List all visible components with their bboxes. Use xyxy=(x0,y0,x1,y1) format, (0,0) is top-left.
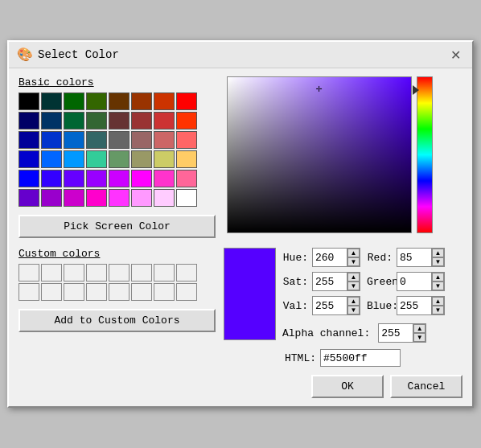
basic-color-swatch[interactable] xyxy=(154,170,175,187)
basic-color-swatch[interactable] xyxy=(176,92,197,110)
basic-color-swatch[interactable] xyxy=(41,92,62,110)
alpha-spinner[interactable]: ▲ ▼ xyxy=(378,323,426,343)
custom-color-swatch[interactable] xyxy=(176,283,197,301)
sat-input[interactable] xyxy=(313,273,347,290)
basic-color-swatch[interactable] xyxy=(64,189,84,207)
val-input[interactable] xyxy=(313,297,347,314)
val-down[interactable]: ▼ xyxy=(347,306,360,314)
gradient-canvas[interactable] xyxy=(228,77,411,232)
custom-color-swatch[interactable] xyxy=(18,264,39,282)
hue-input[interactable] xyxy=(313,249,347,266)
custom-color-swatch[interactable] xyxy=(131,264,152,282)
basic-color-swatch[interactable] xyxy=(41,131,62,149)
custom-color-swatch[interactable] xyxy=(41,264,62,282)
basic-color-swatch[interactable] xyxy=(41,112,62,129)
custom-color-swatch[interactable] xyxy=(131,283,152,301)
green-spinner[interactable]: ▲ ▼ xyxy=(397,272,445,291)
custom-color-swatch[interactable] xyxy=(18,283,39,301)
basic-color-swatch[interactable] xyxy=(41,170,62,187)
basic-color-swatch[interactable] xyxy=(64,170,84,187)
sat-down[interactable]: ▼ xyxy=(347,282,360,290)
custom-color-swatch[interactable] xyxy=(64,283,84,301)
basic-color-swatch[interactable] xyxy=(109,131,130,149)
val-up[interactable]: ▲ xyxy=(347,297,360,306)
basic-color-swatch[interactable] xyxy=(86,112,107,129)
basic-color-swatch[interactable] xyxy=(176,150,197,168)
basic-color-swatch[interactable] xyxy=(41,150,62,168)
basic-color-swatch[interactable] xyxy=(64,150,84,168)
basic-color-swatch[interactable] xyxy=(109,150,130,168)
basic-color-swatch[interactable] xyxy=(176,112,197,129)
basic-color-swatch[interactable] xyxy=(18,131,39,149)
basic-color-swatch[interactable] xyxy=(18,189,39,207)
basic-color-swatch[interactable] xyxy=(18,92,39,110)
sat-up[interactable]: ▲ xyxy=(347,273,360,282)
basic-color-swatch[interactable] xyxy=(154,131,175,149)
basic-color-swatch[interactable] xyxy=(131,189,152,207)
basic-color-swatch[interactable] xyxy=(154,189,175,207)
blue-down[interactable]: ▼ xyxy=(432,306,444,314)
red-up[interactable]: ▲ xyxy=(432,249,444,257)
basic-color-swatch[interactable] xyxy=(64,131,84,149)
hue-spinner[interactable]: ▲ ▼ xyxy=(312,248,360,267)
custom-color-swatch[interactable] xyxy=(64,264,84,282)
basic-color-swatch[interactable] xyxy=(176,170,197,187)
red-down[interactable]: ▼ xyxy=(432,257,444,266)
basic-color-swatch[interactable] xyxy=(86,189,107,207)
basic-color-swatch[interactable] xyxy=(176,189,197,207)
basic-color-swatch[interactable] xyxy=(86,131,107,149)
basic-color-swatch[interactable] xyxy=(131,170,152,187)
basic-color-swatch[interactable] xyxy=(109,92,130,110)
blue-up[interactable]: ▲ xyxy=(432,297,444,306)
hue-up[interactable]: ▲ xyxy=(347,249,360,257)
alpha-input[interactable] xyxy=(379,324,413,342)
basic-color-swatch[interactable] xyxy=(41,189,62,207)
basic-color-swatch[interactable] xyxy=(86,150,107,168)
basic-color-swatch[interactable] xyxy=(176,131,197,149)
basic-color-swatch[interactable] xyxy=(64,112,84,129)
basic-color-swatch[interactable] xyxy=(18,150,39,168)
add-to-custom-colors-button[interactable]: Add to Custom Colors xyxy=(18,309,216,332)
red-input[interactable] xyxy=(397,249,431,266)
ok-button[interactable]: OK xyxy=(311,375,384,398)
basic-color-swatch[interactable] xyxy=(131,112,152,129)
red-spinner[interactable]: ▲ ▼ xyxy=(397,248,445,267)
basic-color-swatch[interactable] xyxy=(154,112,175,129)
green-input[interactable] xyxy=(397,273,431,290)
custom-color-swatch[interactable] xyxy=(176,264,197,282)
pick-screen-color-button[interactable]: Pick Screen Color xyxy=(18,215,216,238)
blue-spinner[interactable]: ▲ ▼ xyxy=(397,296,445,315)
custom-color-swatch[interactable] xyxy=(86,283,107,301)
basic-color-swatch[interactable] xyxy=(131,131,152,149)
basic-color-swatch[interactable] xyxy=(109,170,130,187)
basic-color-swatch[interactable] xyxy=(109,112,130,129)
val-spinner[interactable]: ▲ ▼ xyxy=(312,296,360,315)
basic-color-swatch[interactable] xyxy=(18,112,39,129)
custom-color-swatch[interactable] xyxy=(109,283,130,301)
basic-color-swatch[interactable] xyxy=(86,170,107,187)
sat-spinner[interactable]: ▲ ▼ xyxy=(312,272,360,291)
basic-color-swatch[interactable] xyxy=(86,92,107,110)
custom-color-swatch[interactable] xyxy=(154,283,175,301)
cancel-button[interactable]: Cancel xyxy=(390,375,462,398)
hue-bar-container[interactable] xyxy=(417,76,433,233)
hue-bar[interactable] xyxy=(417,77,432,232)
close-button[interactable]: ✕ xyxy=(447,47,464,63)
alpha-down[interactable]: ▼ xyxy=(413,333,426,342)
custom-color-swatch[interactable] xyxy=(86,264,107,282)
blue-input[interactable] xyxy=(397,297,431,314)
custom-color-swatch[interactable] xyxy=(41,283,62,301)
basic-color-swatch[interactable] xyxy=(64,92,84,110)
basic-color-swatch[interactable] xyxy=(131,150,152,168)
html-input[interactable] xyxy=(320,349,401,367)
basic-color-swatch[interactable] xyxy=(154,150,175,168)
basic-color-swatch[interactable] xyxy=(109,189,130,207)
custom-color-swatch[interactable] xyxy=(109,264,130,282)
alpha-up[interactable]: ▲ xyxy=(413,324,426,333)
green-down[interactable]: ▼ xyxy=(432,282,444,290)
custom-color-swatch[interactable] xyxy=(154,264,175,282)
basic-color-swatch[interactable] xyxy=(18,170,39,187)
basic-color-swatch[interactable] xyxy=(131,92,152,110)
color-gradient[interactable]: ✛ xyxy=(227,76,412,233)
hue-down[interactable]: ▼ xyxy=(347,257,360,266)
